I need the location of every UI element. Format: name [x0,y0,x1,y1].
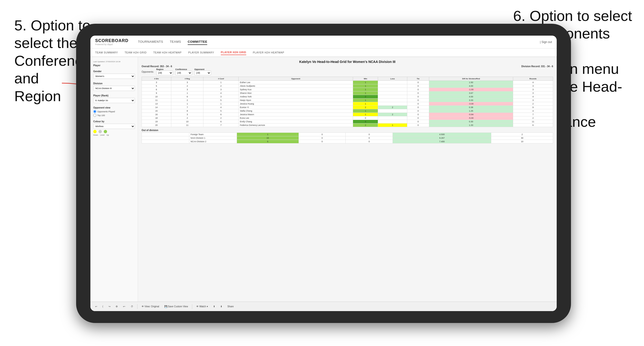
label-level: Level [100,134,104,136]
th-conf: # Conf [204,77,238,81]
panel-header: Katelyn Vo Head-to-Head Grid for Women's… [142,60,553,64]
cell-conf: 2 [204,116,238,120]
toolbar-save-custom[interactable]: 💾 Save Custom View [163,305,189,308]
cell-win: 1 [353,102,378,106]
cell-div: 9 [142,91,171,95]
cell-opponent: Esther Lee [238,81,353,84]
cell-win: 2 [353,95,378,99]
radio-opponents-played[interactable]: Opponents Played [93,110,135,113]
nav-committee[interactable]: COMMITTEE [188,39,208,45]
cell-tie: 0 [407,102,429,106]
cell-conf: 2 [204,84,238,88]
cell-win: 1 [353,113,378,116]
opponent-select[interactable]: (All) [194,71,211,75]
sign-out[interactable]: | Sign out [540,40,552,44]
cell-win: 15 [237,136,299,140]
out-of-division-table: Foreign Team 1 0 0 4.500 2 NAIA Division… [142,133,553,144]
cell-win: 1 [237,133,299,136]
cell-tie: 0 [407,109,429,113]
sidebar-opponent-view-label: Opponent view [93,106,135,109]
cell-reg: 3 [171,88,204,91]
cell-name2: Foreign Team [189,133,237,136]
sidebar-player-rank-select[interactable]: 8. Katelyn Vo [93,98,135,103]
cell-name [142,133,189,136]
region-select[interactable]: (All) [156,71,173,75]
cell-div: 3 [142,81,171,84]
sidebar-player-rank-section: Player (Rank) 8. Katelyn Vo [93,94,135,103]
sidebar-colour-label: Colour by [93,120,135,123]
conference-select[interactable]: (All) [175,71,192,75]
cell-loss [378,95,407,99]
sidebar-gender-select[interactable]: Women's [93,74,135,79]
table-row: 18 2 2 Euna Lee 0 0 -5.00 2 [142,116,553,120]
toolbar-separator-2 [192,304,192,309]
table-row: 15 8 5 Stella Cheng 1 0 1.25 4 [142,109,553,113]
sidebar-division-label: Division [93,82,135,85]
cell-tie: 0 [407,81,429,84]
cell-loss [378,120,407,124]
cell-opponent: Stella Cheng [238,109,353,113]
opponent-filter-group: Opponent (All) [194,68,211,75]
cell-div: 16 [142,113,171,116]
cell-div: 19 [142,120,171,124]
cell-rounds: 3 [513,99,553,102]
cell-tie: 0 [407,91,429,95]
subnav-team-h2h-heatmap[interactable]: TEAM H2H HEATMAP [153,50,182,55]
cell-opponent: Alexis Sudjianto [238,84,353,88]
toolbar-upload[interactable]: ⬆ [212,305,216,308]
cell-conf: 3 [204,88,238,91]
opponents-filter-label: Opponents: [142,71,154,73]
toolbar-view-original[interactable]: 👁 View: Original [140,305,160,308]
toolbar-share[interactable]: Share [226,305,235,308]
subnav-player-h2h-heatmap[interactable]: PLAYER H2H HEATMAP [253,50,284,55]
toolbar-redo[interactable]: ↪ [107,305,112,308]
cell-tie: 0 [407,84,429,88]
radio-top100[interactable]: Top 100 [93,114,135,117]
subnav-team-summary[interactable]: TEAM SUMMARY [95,50,118,55]
sidebar-colour-section: Colour by Win/loss Down Level Up [93,120,135,136]
sidebar-player-label: Player [93,64,135,67]
cell-diff: 7.400 [393,140,491,144]
cell-tie: 0 [346,133,393,136]
cell-loss [378,91,407,95]
table-row: 10 6 3 Andrea York 2 0 4.00 4 [142,95,553,99]
cell-rounds: 3 [513,91,553,95]
nav-tournaments[interactable]: TOURNAMENTS [138,39,163,45]
toolbar-settings[interactable]: ⚙ [114,305,119,308]
cell-conf: 6 [204,113,238,116]
cell-opponent: Jessica Mason [238,113,353,116]
cell-reg: 3 [171,113,204,116]
cell-loss [378,88,407,91]
cell-reg: 2 [171,99,204,102]
cell-conf: 6 [204,120,238,124]
cell-reg: 2 [171,116,204,120]
toolbar-download[interactable]: ⬇ [219,305,224,308]
nav-teams[interactable]: TEAMS [170,39,181,45]
subnav-team-h2h-grid[interactable]: TEAM H2H GRID [125,50,147,55]
cell-diff: -0.84 [429,113,513,116]
cell-tie: 0 [407,124,429,127]
subnav-player-h2h-grid[interactable]: PLAYER H2H GRID [221,50,246,55]
sidebar-colour-select[interactable]: Win/loss [93,124,135,129]
toolbar-undo2[interactable]: ↩· [122,305,127,308]
division-record: Division Record: 331 - 34 - 6 [522,65,553,68]
sidebar-division-select[interactable]: NCAA Division III [93,86,135,91]
cell-diff: -1.00 [429,88,513,91]
cell-diff: 0.30 [429,120,513,124]
table-row: 16 3 6 Jessica Mason 1 2 0 -0.84 7 [142,113,553,116]
subnav-player-summary[interactable]: PLAYER SUMMARY [188,50,214,55]
overall-record: Overall Record: 353 - 34 - 6 [142,65,172,68]
toolbar-undo[interactable]: ↩ [94,305,98,308]
table-header-row: # Div # Reg # Conf Opponent Win Loss Tie… [142,77,553,81]
cell-reg: 1 [171,91,204,95]
toolbar-back[interactable]: ⟨ [101,305,104,308]
label-down: Down [93,134,98,136]
toolbar-timer[interactable]: ⏱ [130,305,134,308]
table-row: 9 1 4 Sharon Mun 1 0 3.67 3 [142,91,553,95]
cell-reg: 7 [171,106,204,109]
cell-tie: 0 [346,136,393,140]
cell-tie: 0 [407,88,429,91]
cell-rounds: 4 [513,95,553,99]
cell-conf: 1 [204,81,238,84]
toolbar-watch[interactable]: 👁 Watch ▾ [195,305,209,308]
